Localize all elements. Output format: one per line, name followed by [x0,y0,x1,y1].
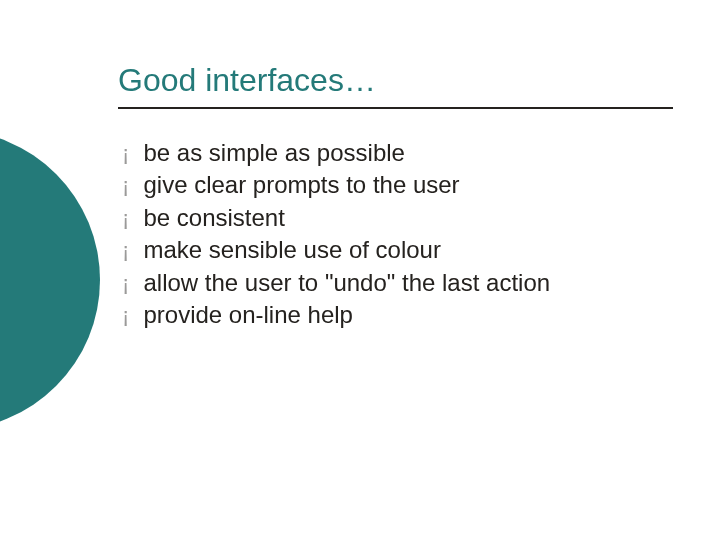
title-underline [118,107,673,109]
list-item: be consistent [122,202,680,234]
slide-title: Good interfaces… [118,62,680,107]
list-item: be as simple as possible [122,137,680,169]
bullet-list: be as simple as possible give clear prom… [118,137,680,331]
list-item: give clear prompts to the user [122,169,680,201]
slide-content: Good interfaces… be as simple as possibl… [118,62,680,331]
list-item: make sensible use of colour [122,234,680,266]
decorative-circle [0,130,100,430]
list-item: provide on-line help [122,299,680,331]
list-item: allow the user to "undo" the last action [122,267,680,299]
